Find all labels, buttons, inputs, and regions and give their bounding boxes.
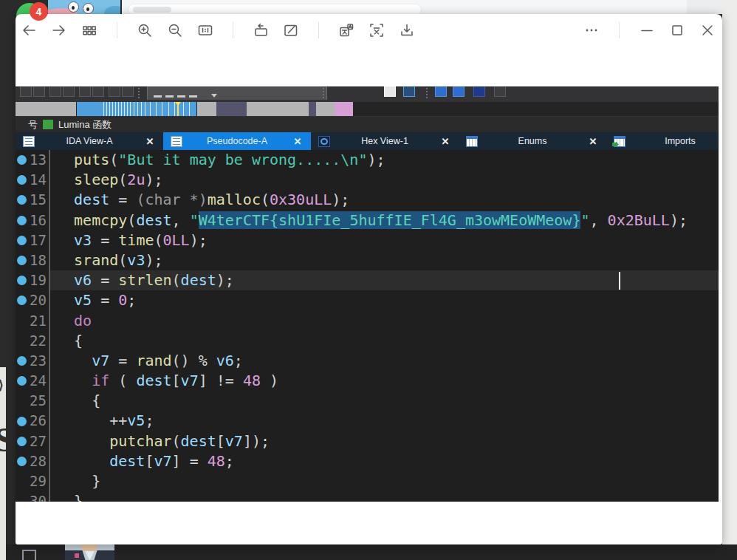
maximize-icon[interactable]	[668, 21, 687, 40]
edit-icon[interactable]	[281, 21, 301, 40]
tab-enums[interactable]: Enums✕	[459, 132, 606, 150]
edge-glyph: ⟩	[0, 378, 4, 393]
ida-toolbar-button[interactable]	[109, 86, 120, 97]
breakpoint-icon	[17, 175, 27, 185]
navigation-band[interactable]	[16, 102, 719, 116]
ida-toolbar-button[interactable]	[403, 86, 415, 97]
breakpoint-gutter[interactable]	[16, 155, 27, 165]
navband-segment	[247, 102, 309, 116]
back-icon[interactable]	[19, 21, 38, 40]
code-line-17[interactable]: 17v3 = time(0LL);	[16, 231, 719, 250]
ida-toolbar-button[interactable]	[20, 86, 32, 97]
save-icon[interactable]	[397, 21, 417, 40]
breakpoint-gutter[interactable]	[16, 216, 27, 225]
ida-toolbar-button[interactable]	[453, 86, 465, 97]
code-line-21[interactable]: 21do	[16, 311, 719, 331]
ida-toolbar-button[interactable]	[473, 86, 485, 97]
breakpoint-gutter[interactable]	[16, 175, 27, 185]
show-desktop-icon[interactable]	[22, 550, 36, 560]
ida-toolbar-button[interactable]	[79, 86, 91, 97]
breakpoint-gutter[interactable]	[16, 296, 27, 305]
code-text: v7 = rand() % v6;	[50, 351, 719, 371]
tab-pseudocode-a[interactable]: Pseudocode-A✕	[163, 132, 311, 150]
breakpoint-gutter[interactable]	[16, 457, 27, 466]
breakpoint-icon	[17, 236, 27, 245]
breakpoint-gutter[interactable]	[16, 417, 27, 426]
image-viewer-window: 号 Lumina 函数 IDA View-A✕Pseudocode-A✕Hex …	[16, 14, 722, 544]
minimize-icon[interactable]	[637, 21, 657, 40]
more-options-icon[interactable]	[582, 21, 601, 40]
line-number: 17	[27, 231, 49, 250]
ida-toolbar	[16, 86, 719, 100]
line-number: 18	[27, 250, 49, 270]
code-line-14[interactable]: 14sleep(2u);	[16, 170, 719, 190]
background-left-edge: ⟩ S	[0, 367, 6, 560]
navband-tick	[115, 102, 116, 116]
tab-close-icon[interactable]: ✕	[144, 136, 156, 147]
code-line-20[interactable]: 20v5 = 0;	[16, 290, 719, 310]
translate-icon[interactable]	[337, 21, 356, 40]
code-text: putchar(dest[v7]);	[50, 431, 719, 451]
ida-toolbar-button[interactable]	[494, 86, 506, 97]
navband-segment	[197, 102, 216, 116]
code-line-16[interactable]: 16memcpy(dest, "W4terCTF{shU1FIe_5huffIE…	[16, 211, 719, 231]
close-icon[interactable]	[698, 21, 717, 40]
navband-tick	[127, 102, 128, 116]
navband-tick	[134, 102, 134, 116]
ida-toolbar-button[interactable]	[122, 86, 134, 97]
rotate-icon[interactable]	[251, 21, 270, 40]
forward-icon[interactable]	[49, 21, 69, 40]
tab-close-icon[interactable]: ✕	[292, 136, 304, 147]
background-right-edge	[722, 0, 737, 544]
hex-icon	[318, 136, 330, 147]
code-line-18[interactable]: 18srand(v3);	[16, 250, 719, 270]
code-line-27[interactable]: 27putchar(dest[v7]);	[16, 431, 719, 451]
code-line-13[interactable]: 13puts("But it may be wrong.....\n");	[16, 150, 719, 170]
tab-imports[interactable]: Imports✕	[606, 132, 719, 150]
code-line-22[interactable]: 22{	[16, 331, 719, 351]
ida-toolbar-button[interactable]	[435, 86, 447, 97]
breakpoint-icon	[17, 376, 27, 386]
avatar-person[interactable]	[65, 544, 114, 560]
code-line-29[interactable]: 29}	[16, 471, 719, 491]
code-line-28[interactable]: 28dest[v7] = 48;	[16, 451, 719, 471]
tab-close-icon[interactable]: ✕	[439, 136, 451, 147]
breakpoint-gutter[interactable]	[16, 437, 27, 446]
tab-ida-view-a[interactable]: IDA View-A✕	[16, 132, 163, 150]
line-number: 15	[27, 190, 49, 210]
ida-toolbar-button[interactable]	[92, 86, 104, 97]
tab-hex-view-1[interactable]: Hex View-1✕	[311, 132, 459, 150]
code-line-30[interactable]: 30}	[16, 491, 719, 502]
breakpoint-gutter[interactable]	[16, 376, 27, 386]
breakpoint-gutter[interactable]	[16, 236, 27, 245]
breakpoint-gutter[interactable]	[16, 356, 27, 366]
gallery-icon[interactable]	[80, 21, 99, 40]
ida-toolbar-button[interactable]	[63, 86, 75, 97]
zoom-out-icon[interactable]	[165, 21, 185, 40]
breakpoint-gutter[interactable]	[16, 256, 27, 265]
actual-size-icon[interactable]	[196, 21, 215, 40]
breakpoint-gutter[interactable]	[16, 276, 27, 285]
zoom-in-icon[interactable]	[135, 21, 154, 40]
code-line-15[interactable]: 15dest = (char *)malloc(0x30uLL);	[16, 190, 719, 210]
screen: ⟩ S 4 号	[0, 0, 737, 560]
ida-toolbar-button[interactable]	[49, 86, 61, 97]
ida-toolbar-button[interactable]	[384, 86, 396, 97]
code-line-19[interactable]: 19v6 = strlen(dest);	[16, 270, 719, 290]
ida-toolbar-combobox[interactable]	[147, 86, 327, 100]
navband-tick	[130, 102, 131, 116]
breakpoint-gutter[interactable]	[16, 195, 27, 205]
code-line-25[interactable]: 25{	[16, 391, 719, 411]
line-number: 28	[27, 451, 49, 471]
code-line-23[interactable]: 23v7 = rand() % v6;	[16, 351, 719, 371]
code-line-24[interactable]: 24if ( dest[v7] != 48 )	[16, 371, 719, 391]
code-line-26[interactable]: 26++v5;	[16, 411, 719, 431]
avatar-patrick[interactable]	[48, 0, 120, 14]
navband-segment	[335, 102, 353, 116]
navband-tick	[112, 102, 113, 116]
tab-close-icon[interactable]: ✕	[587, 136, 599, 147]
pseudocode-view[interactable]: 13puts("But it may be wrong.....\n");14s…	[16, 150, 719, 502]
ocr-icon[interactable]	[367, 21, 386, 40]
doc-icon	[23, 136, 35, 147]
ida-toolbar-button[interactable]	[33, 86, 45, 97]
